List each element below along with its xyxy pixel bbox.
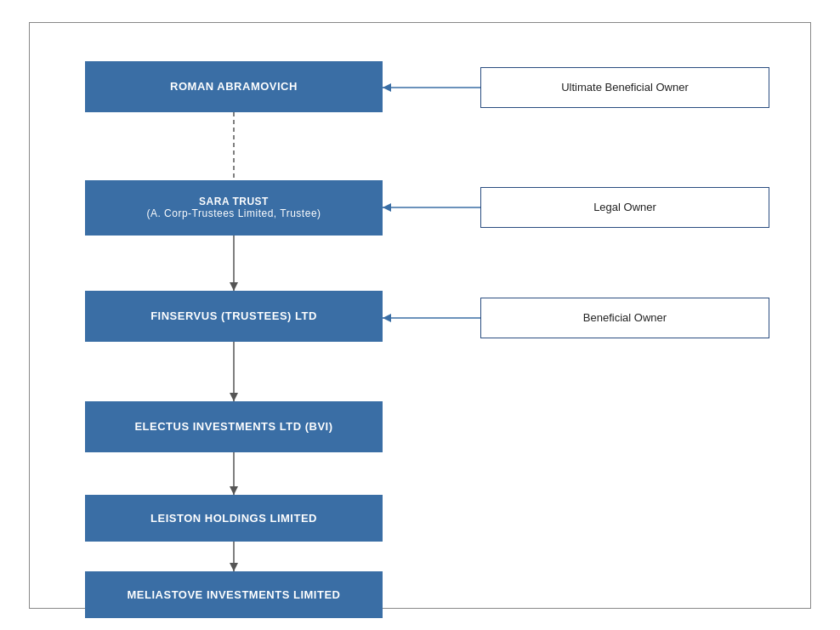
ultimate-beneficial-owner-label: Ultimate Beneficial Owner: [480, 67, 769, 108]
sara-trust-box: SARA TRUST(A. Corp-Trustees Limited, Tru…: [85, 180, 383, 236]
svg-marker-12: [383, 203, 391, 212]
svg-marker-8: [230, 563, 238, 571]
diagram-container: ROMAN ABRAMOVICH SARA TRUST(A. Corp-Trus…: [29, 22, 811, 609]
meliastove-box: MELIASTOVE INVESTMENTS LIMITED: [85, 571, 383, 618]
svg-marker-6: [230, 486, 238, 495]
sara-trust-label: SARA TRUST(A. Corp-Trustees Limited, Tru…: [146, 196, 321, 219]
beneficial-owner-label: Beneficial Owner: [480, 298, 769, 338]
legal-owner-label: Legal Owner: [480, 187, 769, 228]
roman-abramovich-box: ROMAN ABRAMOVICH: [85, 61, 383, 112]
electus-box: ELECTUS INVESTMENTS LTD (BVI): [85, 401, 383, 452]
svg-marker-4: [230, 393, 238, 401]
leiston-box: LEISTON HOLDINGS LIMITED: [85, 495, 383, 542]
finservus-box: FINSERVUS (TRUSTEES) LTD: [85, 291, 383, 342]
svg-marker-2: [230, 282, 238, 291]
svg-marker-10: [383, 83, 391, 92]
svg-marker-14: [383, 314, 391, 322]
